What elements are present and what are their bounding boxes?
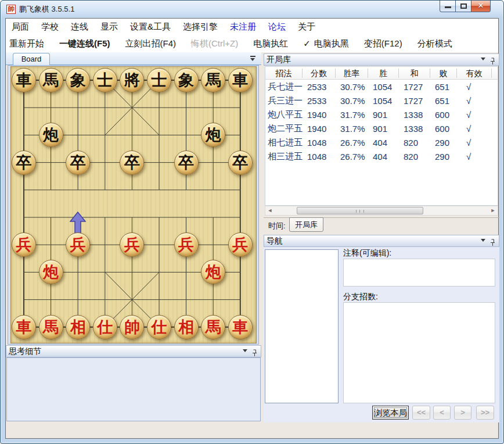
board-piece[interactable]: 象 [174,68,199,92]
board-piece[interactable]: 車 [228,68,253,92]
board-piece[interactable]: 車 [12,315,36,339]
board-piece[interactable]: 兵 [228,232,253,257]
table-cell: 1338 [399,110,430,120]
maximize-button[interactable] [455,1,471,12]
board-piece[interactable]: 兵 [174,232,199,257]
menu-item[interactable]: 未注册 [230,22,256,33]
pin-icon[interactable] [490,239,495,246]
table-cell: 31.7% [336,110,368,120]
browse-game-button[interactable]: 浏览本局 [372,406,409,420]
board-piece[interactable]: 炮 [39,260,63,284]
tab-inactive[interactable]: 时间: [268,221,286,231]
menu-item[interactable]: 学校 [41,22,59,33]
menu-item[interactable]: 论坛 [268,22,286,33]
column-header[interactable]: 有效 [457,69,492,78]
column-header[interactable]: 分数 [303,69,336,78]
app-icon: 帥 [6,5,16,14]
board-piece[interactable]: 象 [66,68,90,92]
title-bar[interactable]: 帥 鹏飞象棋 3.5.5.1 ✕ [1,1,503,18]
column-header[interactable]: 胜率 [336,69,368,78]
column-header[interactable]: 胜 [368,69,399,78]
thinking-panel-title: 思考细节 [9,346,41,356]
table-row[interactable]: 炮八平五194031.7%9011338600√ [265,108,498,121]
menu-item[interactable]: 关于 [298,22,315,33]
toolbar-button[interactable]: 重新开始 [9,38,44,49]
scroll-right-icon[interactable]: ► [488,206,498,215]
move-list[interactable] [265,249,339,403]
toolbar-button-label: 悔棋(Ctrl+Z) [191,38,238,49]
table-cell: 820 [399,152,430,162]
board-piece[interactable]: 馬 [201,68,225,92]
column-header[interactable]: 败 [430,69,457,78]
table-cell: 1054 [368,96,399,106]
collapse-icon[interactable] [481,239,485,242]
menu-item[interactable]: 局面 [12,22,29,33]
toolbar-button-label: 重新开始 [9,38,44,49]
table-cell: 1048 [303,152,336,162]
board-piece[interactable]: 仕 [93,315,117,339]
board-piece[interactable]: 卒 [66,151,90,175]
board-piece[interactable]: 炮 [39,123,63,147]
panel-menu-icon[interactable] [250,56,255,61]
menu-item[interactable]: 显示 [100,22,118,33]
board-piece[interactable]: 卒 [228,151,253,175]
branch-label: 分支招数: [343,292,378,302]
board-piece[interactable]: 車 [228,315,253,339]
close-button[interactable]: ✕ [471,1,491,12]
table-cell: 炮二平五 [265,123,303,134]
scrollbar-thumb[interactable] [297,207,423,214]
board-piece[interactable]: 卒 [174,151,199,175]
minimize-button[interactable] [440,1,456,12]
table-cell: 404 [368,152,399,162]
board-piece[interactable]: 仕 [147,315,171,339]
scroll-left-icon[interactable]: ◄ [265,206,275,215]
pin-icon[interactable] [490,58,495,65]
collapse-icon[interactable] [243,349,247,352]
toolbar-button[interactable]: 电脑执红 [253,38,288,49]
board-piece[interactable]: 兵 [12,232,36,257]
thinking-details-content[interactable] [6,357,261,421]
board-piece[interactable]: 帥 [120,315,144,339]
table-cell: 相三进五 [265,151,303,162]
board-piece[interactable]: 馬 [39,315,63,339]
board-piece[interactable]: 士 [93,68,117,92]
toolbar-button[interactable]: 立刻出招(F4) [125,38,177,49]
toolbar-button[interactable]: 一键连线(F5) [59,38,110,49]
xiangqi-board[interactable]: 車馬象士將士象馬車炮炮卒卒卒卒卒兵兵兵兵兵炮炮車馬相仕帥仕相馬車 [10,66,257,343]
board-piece[interactable]: 馬 [39,68,63,92]
board-piece[interactable]: 士 [147,68,171,92]
toolbar-button[interactable]: ✓电脑执黑 [303,38,349,49]
comment-label: 注释(可编辑): [343,248,391,259]
board-piece[interactable]: 卒 [120,151,144,175]
menu-item[interactable]: 连线 [71,22,88,33]
board-piece[interactable]: 卒 [12,151,36,175]
window-controls: ✕ [440,1,491,12]
board-piece[interactable]: 相 [174,315,199,339]
table-row[interactable]: 兵七进一253330.7%10541727651√ [265,80,498,94]
library-tab-bar: 时间:开局库 [264,217,499,233]
board-piece[interactable]: 車 [12,68,36,92]
table-cell: 901 [368,124,399,134]
pin-icon[interactable] [252,349,257,357]
menu-item[interactable]: 设置&工具 [130,22,171,33]
tab-active[interactable]: 开局库 [289,217,323,232]
column-header[interactable]: 和 [399,69,430,78]
table-row[interactable]: 相七进五104826.7%404820290√ [265,135,498,149]
column-header[interactable]: 招法 [265,69,303,78]
toolbar-button[interactable]: 变招(F12) [364,38,402,49]
menu-item[interactable]: 选择引擎 [183,22,218,33]
table-row[interactable]: 相三进五104826.7%404820290√ [265,149,498,163]
nav-step-button: < [433,406,451,420]
board-piece[interactable]: 馬 [201,315,225,339]
branch-moves-box[interactable] [343,302,495,403]
collapse-icon[interactable] [481,58,485,60]
comment-input[interactable] [343,259,495,287]
board-piece[interactable]: 相 [66,315,90,339]
opening-moves-table: 招法分数胜率胜和败有效兵七进一253330.7%10541727651√兵三进一… [265,66,498,206]
table-cell: 1048 [303,138,336,148]
tab-board[interactable]: Board [13,53,50,65]
table-row[interactable]: 兵三进一253330.7%10541727651√ [265,94,498,108]
horizontal-scrollbar[interactable]: ◄ ► [265,206,498,216]
toolbar-button[interactable]: 分析模式 [417,38,452,49]
table-row[interactable]: 炮二平五194031.7%9011338600√ [265,121,498,135]
